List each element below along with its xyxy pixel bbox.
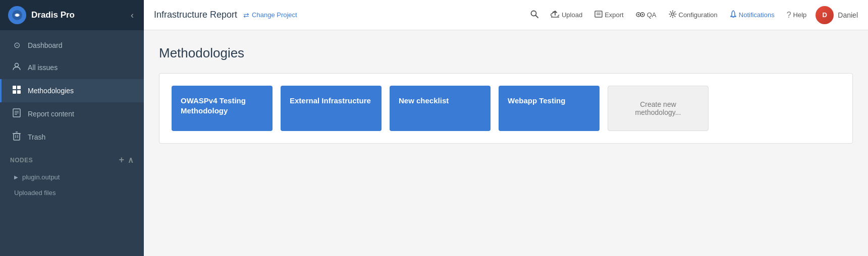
change-project-label: Change Project — [252, 11, 297, 19]
nodes-label: Nodes — [10, 157, 33, 164]
page-title: Infrastructure Report — [154, 10, 237, 20]
help-label: Help — [793, 11, 807, 19]
upload-button[interactable]: Upload — [546, 7, 587, 23]
methodology-card-new-checklist[interactable]: New checklist — [390, 86, 491, 131]
methodologies-icon — [12, 85, 22, 96]
sidebar-item-methodologies-label: Methodologies — [28, 87, 74, 95]
sidebar-item-dashboard-label: Dashboard — [28, 41, 63, 49]
methodology-card-owasp-label: OWASPv4 Testing Methodology — [181, 96, 263, 115]
change-project-icon: ⇄ — [243, 11, 249, 19]
svg-point-1 — [16, 14, 19, 17]
notifications-label: Notifications — [739, 11, 775, 19]
export-icon — [594, 10, 603, 20]
topbar-left: Infrastructure Report ⇄ Change Project — [154, 10, 297, 20]
notifications-button[interactable]: Notifications — [725, 7, 780, 23]
sidebar-item-trash[interactable]: Trash — [0, 125, 144, 149]
plugin-output-arrow: ▶ — [14, 174, 18, 180]
content-area: Methodologies OWASPv4 Testing Methodolog… — [144, 30, 868, 256]
trash-icon — [12, 132, 22, 143]
qa-label: QA — [647, 11, 657, 19]
dashboard-icon: ⊙ — [12, 40, 22, 50]
collapse-nodes-button[interactable]: ∧ — [128, 155, 134, 165]
add-node-button[interactable]: + — [119, 155, 124, 165]
methodology-card-new-checklist-label: New checklist — [399, 96, 449, 106]
topbar: Infrastructure Report ⇄ Change Project — [144, 0, 868, 30]
methodology-card-webapp-testing[interactable]: Webapp Testing — [499, 86, 600, 131]
nodes-section-header: Nodes + ∧ — [0, 149, 144, 169]
sidebar-item-report-content-label: Report content — [28, 110, 74, 118]
methodology-card-owasp[interactable]: OWASPv4 Testing Methodology — [172, 86, 273, 131]
svg-point-26 — [671, 13, 674, 16]
sidebar-item-plugin-output[interactable]: ▶ plugin.output — [0, 169, 144, 185]
user-avatar-letter: D — [823, 11, 827, 19]
collapse-sidebar-button[interactable]: ‹ — [129, 8, 136, 23]
configuration-label: Configuration — [679, 11, 718, 19]
sidebar-item-trash-label: Trash — [28, 133, 45, 141]
svg-point-25 — [641, 14, 643, 16]
methodology-card-external-infra-label: External Infrastructure — [290, 96, 371, 106]
help-icon: ? — [787, 11, 791, 20]
help-button[interactable]: ? Help — [782, 8, 812, 23]
sidebar-item-uploaded-files-label: Uploaded files — [14, 189, 56, 197]
svg-line-17 — [535, 16, 538, 18]
create-new-methodology-button[interactable]: Create new methodology... — [608, 86, 709, 131]
export-label: Export — [605, 11, 624, 19]
brand: Dradis Pro — [8, 6, 75, 24]
app-logo — [8, 6, 26, 24]
sidebar-nav: ⊙ Dashboard All issues — [0, 30, 144, 256]
create-new-label: Create new methodology... — [617, 100, 699, 116]
methodology-card-external-infra[interactable]: External Infrastructure — [281, 86, 382, 131]
svg-point-24 — [637, 14, 639, 16]
svg-point-2 — [15, 63, 19, 67]
export-button[interactable]: Export — [589, 7, 629, 23]
sidebar-item-report-content[interactable]: Report content — [0, 102, 144, 125]
qa-icon — [636, 11, 645, 19]
sidebar-item-all-issues-label: All issues — [28, 63, 58, 72]
sidebar-item-dashboard[interactable]: ⊙ Dashboard — [0, 34, 144, 56]
main-content: Infrastructure Report ⇄ Change Project — [144, 0, 868, 256]
all-issues-icon — [12, 62, 22, 73]
search-icon — [530, 10, 538, 20]
sidebar-item-plugin-output-label: plugin.output — [22, 173, 60, 181]
search-button[interactable] — [525, 7, 544, 23]
change-project-link[interactable]: ⇄ Change Project — [243, 11, 297, 19]
user-name: Daniel — [838, 11, 858, 19]
svg-rect-19 — [595, 11, 602, 17]
user-avatar[interactable]: D — [816, 6, 834, 24]
svg-rect-3 — [13, 86, 16, 89]
svg-rect-5 — [13, 90, 16, 94]
sidebar-item-uploaded-files[interactable]: Uploaded files — [0, 185, 144, 201]
svg-rect-6 — [17, 90, 21, 94]
sidebar-header: Dradis Pro ‹ — [0, 0, 144, 30]
report-content-icon — [12, 108, 22, 119]
sidebar-item-methodologies[interactable]: Methodologies — [0, 79, 144, 102]
configuration-icon — [669, 10, 677, 20]
notifications-icon — [730, 10, 737, 20]
qa-button[interactable]: QA — [631, 8, 662, 22]
sidebar: Dradis Pro ‹ ⊙ Dashboard All issues — [0, 0, 144, 256]
svg-rect-11 — [14, 134, 20, 140]
topbar-right: Upload Export — [525, 6, 858, 24]
configuration-button[interactable]: Configuration — [664, 7, 723, 23]
nodes-section-actions: + ∧ — [119, 155, 134, 165]
methodology-card-webapp-testing-label: Webapp Testing — [508, 96, 565, 106]
methodologies-container: OWASPv4 Testing Methodology External Inf… — [159, 73, 853, 144]
app-name: Dradis Pro — [31, 10, 75, 20]
svg-rect-4 — [17, 86, 21, 89]
sidebar-item-all-issues[interactable]: All issues — [0, 56, 144, 79]
upload-label: Upload — [562, 11, 582, 19]
content-title: Methodologies — [159, 45, 853, 61]
upload-icon — [551, 10, 560, 20]
